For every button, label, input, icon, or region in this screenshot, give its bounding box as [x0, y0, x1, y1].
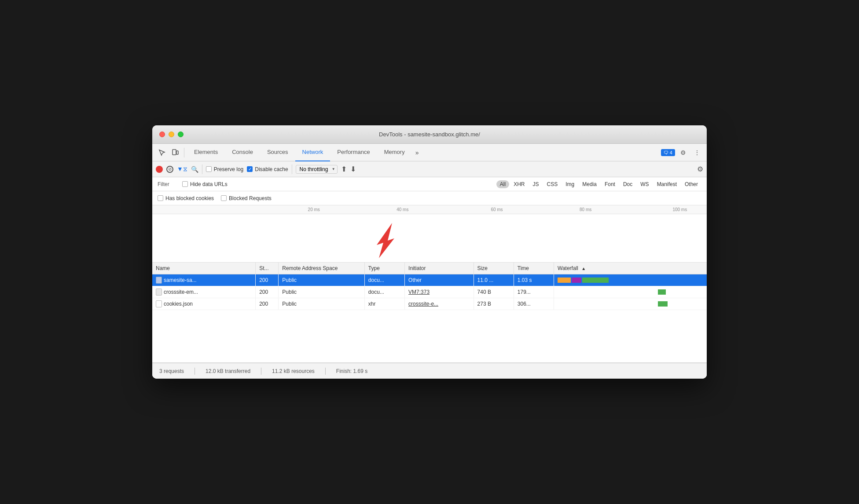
blocked-requests-checkbox[interactable]: [221, 195, 227, 201]
tick-40ms: 40 ms: [396, 207, 408, 212]
traffic-lights: [159, 131, 184, 137]
preserve-log-checkbox-label[interactable]: Preserve log: [206, 166, 243, 172]
col-status[interactable]: St...: [256, 263, 279, 274]
col-type[interactable]: Type: [364, 263, 404, 274]
main-tabs: Elements Console Sources Network Perform…: [187, 144, 422, 161]
download-icon[interactable]: ⬇: [350, 165, 356, 173]
row1-initiator: Other: [405, 274, 474, 286]
disable-cache-checkbox-label[interactable]: Disable cache: [247, 166, 288, 172]
status-divider-3: [325, 368, 326, 375]
tab-sources[interactable]: Sources: [260, 144, 295, 161]
tick-60ms: 60 ms: [491, 207, 503, 212]
col-size[interactable]: Size: [474, 263, 514, 274]
tick-80ms: 80 ms: [580, 207, 591, 212]
filter-img-btn[interactable]: Img: [562, 180, 578, 188]
row3-waterfall: [554, 298, 707, 310]
filter-doc-btn[interactable]: Doc: [620, 180, 636, 188]
filter-xhr-btn[interactable]: XHR: [510, 180, 528, 188]
empty-area: [152, 310, 707, 363]
sort-arrow: ▲: [581, 266, 586, 271]
clear-button[interactable]: ⊘: [166, 166, 173, 173]
table-row[interactable]: cookies.json 200 Public xhr crosssite-e.…: [152, 298, 707, 310]
row2-initiator[interactable]: VM7:373: [405, 286, 474, 298]
row1-waterfall: [554, 274, 707, 286]
row3-time: 306...: [514, 298, 554, 310]
tab-elements[interactable]: Elements: [187, 144, 225, 161]
upload-icon[interactable]: ⬆: [341, 165, 347, 173]
filter-font-btn[interactable]: Font: [601, 180, 619, 188]
col-remote[interactable]: Remote Address Space: [279, 263, 365, 274]
col-name[interactable]: Name: [152, 263, 256, 274]
row1-size: 11.0 ...: [474, 274, 514, 286]
row3-type: xhr: [364, 298, 404, 310]
tab-console[interactable]: Console: [225, 144, 260, 161]
col-initiator[interactable]: Initiator: [405, 263, 474, 274]
network-table: Name St... Remote Address Space Type Ini…: [152, 263, 707, 310]
row3-initiator-link[interactable]: crosssite-e...: [408, 301, 438, 307]
titlebar: DevTools - samesite-sandbox.glitch.me/: [152, 125, 707, 144]
row3-name-text: cookies.json: [164, 301, 193, 307]
timeline-ruler: 20 ms 40 ms 60 ms 80 ms 100 ms: [152, 205, 707, 214]
table-row[interactable]: crosssite-em... 200 Public docu... VM7:3…: [152, 286, 707, 298]
has-blocked-cookies-label[interactable]: Has blocked cookies: [158, 195, 214, 201]
status-divider-1: [195, 368, 195, 375]
col-waterfall[interactable]: Waterfall ▲: [554, 263, 707, 274]
svg-rect-0: [173, 150, 176, 155]
filter-all-btn[interactable]: All: [496, 180, 509, 188]
svg-rect-1: [176, 151, 178, 154]
has-blocked-cookies-text: Has blocked cookies: [165, 195, 214, 201]
more-options-icon[interactable]: ⋮: [691, 146, 703, 159]
row3-waterfall-bars: [558, 301, 668, 307]
record-button[interactable]: [156, 166, 163, 173]
row2-initiator-link[interactable]: VM7:373: [408, 289, 430, 295]
toolbar-right: 🗨 4 ⚙ ⋮: [661, 146, 703, 159]
network-settings-icon[interactable]: ⚙: [697, 165, 703, 173]
row3-initiator[interactable]: crosssite-e...: [405, 298, 474, 310]
row1-name: samesite-sa...: [152, 274, 256, 286]
col-time[interactable]: Time: [514, 263, 554, 274]
disable-cache-checkbox[interactable]: [247, 166, 253, 172]
maximize-button[interactable]: [178, 131, 184, 137]
row2-size: 740 B: [474, 286, 514, 298]
hide-data-urls-text: Hide data URLs: [190, 181, 228, 187]
search-icon[interactable]: 🔍: [191, 166, 198, 173]
minimize-button[interactable]: [169, 131, 174, 137]
tab-performance[interactable]: Performance: [330, 144, 377, 161]
filter-media-btn[interactable]: Media: [579, 180, 600, 188]
filter-other-btn[interactable]: Other: [681, 180, 701, 188]
row3-size: 273 B: [474, 298, 514, 310]
network-table-container: Name St... Remote Address Space Type Ini…: [152, 263, 707, 310]
blocked-requests-label[interactable]: Blocked Requests: [221, 195, 272, 201]
throttle-select[interactable]: No throttling Fast 3G Slow 3G Offline: [296, 165, 338, 174]
filter-css-btn[interactable]: CSS: [543, 180, 562, 188]
tab-network[interactable]: Network: [295, 144, 330, 161]
filter-label: Filter: [158, 181, 175, 187]
close-button[interactable]: [159, 131, 165, 137]
preserve-log-checkbox[interactable]: [206, 166, 212, 172]
filter-js-btn[interactable]: JS: [529, 180, 543, 188]
row1-name-cell: samesite-sa...: [156, 277, 252, 284]
table-row[interactable]: samesite-sa... 200 Public docu... Other …: [152, 274, 707, 286]
hide-data-urls-checkbox[interactable]: [182, 181, 188, 187]
inspect-icon[interactable]: [156, 146, 168, 159]
blocked-requests-text: Blocked Requests: [229, 195, 272, 201]
has-blocked-cookies-checkbox[interactable]: [158, 195, 163, 201]
hide-data-urls-label[interactable]: Hide data URLs: [182, 181, 228, 187]
settings-icon[interactable]: ⚙: [677, 146, 689, 159]
console-badge[interactable]: 🗨 4: [661, 149, 675, 156]
row1-name-text: samesite-sa...: [164, 277, 197, 283]
filter-manifest-btn[interactable]: Manifest: [653, 180, 680, 188]
throttle-wrapper: No throttling Fast 3G Slow 3G Offline: [296, 165, 338, 174]
status-resources: 11.2 kB resources: [272, 368, 315, 374]
more-tabs-button[interactable]: »: [412, 149, 422, 156]
row2-waterfall-bar: [658, 289, 666, 295]
filter-ws-btn[interactable]: WS: [637, 180, 652, 188]
row3-waterfall-bar: [658, 301, 668, 307]
disable-cache-label: Disable cache: [255, 166, 288, 172]
device-icon[interactable]: [169, 146, 181, 159]
status-finish: Finish: 1.69 s: [336, 368, 367, 374]
tab-memory[interactable]: Memory: [377, 144, 412, 161]
row3-name-cell: cookies.json: [156, 300, 252, 307]
filter-bar: Filter Hide data URLs All XHR JS CSS Img…: [152, 177, 707, 191]
filter-icon[interactable]: ▼⧖: [177, 165, 187, 173]
